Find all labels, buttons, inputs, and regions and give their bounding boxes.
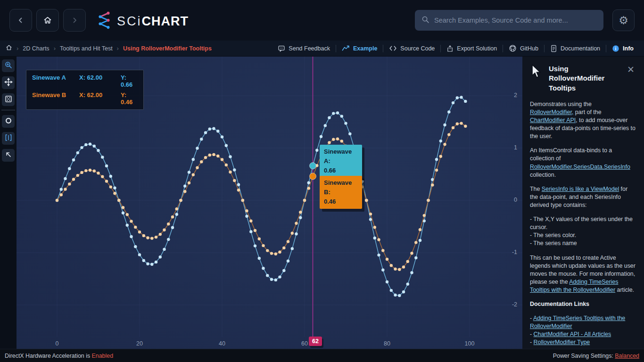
series-marker [435,169,438,172]
sidebar-link[interactable]: RolloverModifier, [530,109,573,115]
cursor-select-button[interactable] [2,149,15,162]
toolbar-divider [544,45,545,52]
series-marker [113,187,116,189]
series-marker [377,254,380,256]
series-marker [64,177,66,180]
power-saving-link[interactable]: Balanced [615,353,639,359]
series-marker [225,144,228,147]
close-icon: ✕ [627,65,635,74]
app-header: SCiCHART ⚙ [0,0,644,41]
pan-tool-button[interactable] [2,76,15,89]
y-axis-tick: -1 [503,249,517,255]
action-label: Example [353,45,377,52]
send-feedback-button[interactable]: Send Feedback [273,45,335,52]
zoom-extents-button[interactable] [2,93,15,106]
info-circle-icon [612,45,619,52]
series-marker [163,229,165,231]
legend-y-value: Y: 0.46 [121,91,138,106]
series-marker [398,294,401,297]
series-marker [109,185,112,188]
sidebar-link[interactable]: Adding TimeSeries Tooltips with the Roll… [530,315,625,329]
breadcrumb-home-icon[interactable] [6,44,12,52]
series-marker [262,244,264,247]
breadcrumb-item-2d-charts[interactable]: 2D Charts [23,45,49,52]
series-marker [183,185,186,188]
settings-button[interactable]: ⚙ [612,9,635,31]
series-marker [439,140,442,142]
series-marker [328,116,330,119]
series-marker [406,260,409,263]
sidebar-link[interactable]: RolloverModifier.SeriesData.SeriesInfo [530,164,630,170]
chevron-left-icon [17,16,25,25]
example-title: Using RolloverModifier Tooltips [549,64,625,93]
series-marker [460,96,462,99]
sidebar-link[interactable]: ChartModifier API - All Articles [534,331,611,337]
series-marker [171,226,174,229]
series-marker [105,165,108,167]
sidebar-text: - [530,331,534,337]
sidebar-link[interactable]: SeriesInfo is like a ViewModel [542,186,619,192]
breadcrumb-item-tooltips-and-hit-test[interactable]: Tooltips and Hit Test [60,45,113,52]
series-marker [340,115,343,117]
nav-buttons [9,9,86,32]
github-button[interactable]: GitHub [504,44,543,52]
search-input[interactable] [434,16,597,24]
legend-x-value: X: 62.00 [79,74,121,88]
forward-button[interactable] [63,9,86,32]
close-panel-button[interactable]: ✕ [625,64,636,75]
search-box[interactable] [415,10,603,31]
sidebar-block: The SeriesInfo is like a ViewModel for t… [530,185,636,209]
series-marker [249,230,252,233]
series-marker [163,248,165,251]
series-marker [254,244,256,247]
scichart-logo[interactable]: SCiCHART [96,10,189,32]
source-code-button[interactable]: Source Code [384,45,439,52]
export-solution-button[interactable]: Export Solution [442,45,502,52]
series-marker [126,213,129,216]
series-marker [171,215,174,218]
breadcrumb-separator: › [17,45,18,52]
rotate-tool-button[interactable] [2,115,15,128]
series-marker [138,230,141,233]
back-button[interactable] [9,9,32,32]
series-marker [93,170,96,173]
breadcrumb-item-current[interactable]: Using RolloverModifier Tooltips [123,45,212,52]
series-marker [258,257,261,260]
series-marker [386,280,388,283]
series-marker [406,283,409,286]
series-marker [159,255,162,258]
series-marker [134,226,137,229]
series-marker [183,190,186,193]
x-axis-tick: 20 [128,340,151,347]
github-icon [509,44,517,52]
sidebar-link[interactable]: RolloverModifier Type [534,339,590,346]
example-button[interactable]: Example [337,45,382,52]
series-marker [155,261,157,263]
series-marker [332,112,335,115]
series-marker [365,199,368,202]
axis-range-button[interactable] [2,132,15,145]
series-marker [447,110,450,113]
zoom-in-icon [4,61,13,71]
series-marker [452,101,454,104]
series-marker [278,251,281,254]
series-marker [427,199,429,202]
y-axis-tick: 1 [503,144,517,151]
rollover-axis-label: 62 [309,337,322,346]
series-marker [113,192,116,195]
series-marker [208,128,211,131]
rollover-tooltip-sinewave-a: Sinewave A: 0.66 [320,145,362,178]
y-axis-tick: 0 [503,197,517,203]
chart-area: 2 1 0 -1 -2 0 20 40 60 80 100 62 Sinewav… [17,57,522,349]
series-marker [410,271,413,274]
series-marker [76,174,79,177]
series-marker [126,224,129,227]
series-marker [456,96,459,99]
info-button[interactable]: Info [607,45,638,52]
home-button[interactable] [36,9,59,32]
zoom-tool-button[interactable] [2,59,15,72]
documentation-button[interactable]: Documentation [545,45,605,52]
sidebar-link[interactable]: ChartModifier API [530,117,576,123]
series-marker [146,263,149,265]
series-marker [266,249,269,252]
